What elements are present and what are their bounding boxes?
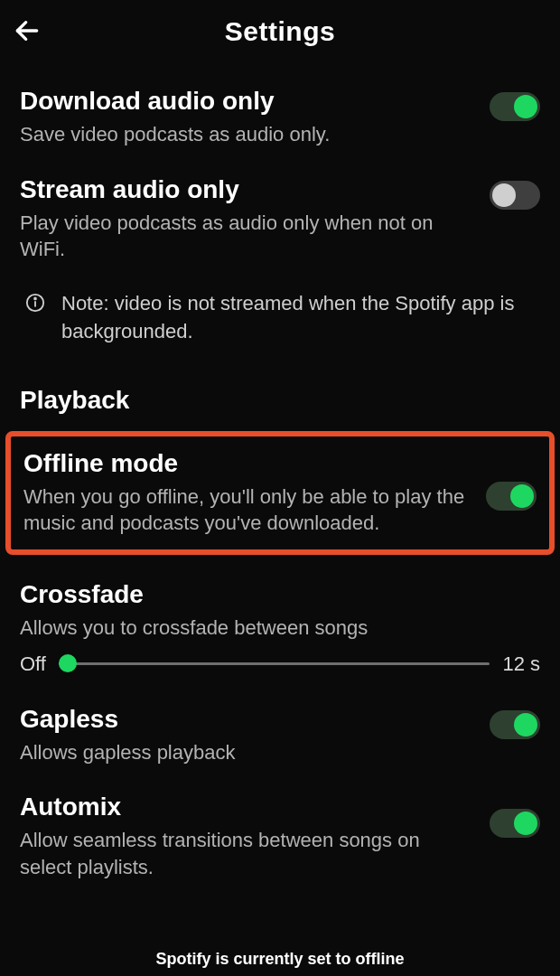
setting-title: Download audio only <box>20 87 475 116</box>
header: Settings <box>0 0 560 63</box>
toggle-knob <box>514 713 537 737</box>
stream-audio-toggle[interactable] <box>490 181 540 210</box>
crossfade-slider[interactable] <box>59 662 490 665</box>
svg-point-3 <box>34 298 36 300</box>
offline-mode-row[interactable]: Offline mode When you go offline, you'll… <box>23 449 537 537</box>
setting-desc: When you go offline, you'll only be able… <box>23 483 471 537</box>
setting-desc: Allow seamless transitions between songs… <box>20 827 475 880</box>
setting-title: Stream audio only <box>20 175 475 204</box>
page-title: Settings <box>18 16 542 47</box>
footer-status: Spotify is currently set to offline <box>0 950 560 969</box>
setting-title: Offline mode <box>23 449 471 478</box>
toggle-knob <box>514 95 537 118</box>
setting-text: Offline mode When you go offline, you'll… <box>23 449 486 537</box>
setting-text: Crossfade Allows you to crossfade betwee… <box>20 580 540 642</box>
toggle-knob <box>510 484 534 508</box>
offline-mode-highlight: Offline mode When you go offline, you'll… <box>5 431 555 555</box>
setting-text: Gapless Allows gapless playback <box>20 705 490 766</box>
setting-desc: Allows you to crossfade between songs <box>20 615 526 642</box>
setting-text: Download audio only Save video podcasts … <box>20 87 490 148</box>
gapless-toggle[interactable] <box>490 710 540 739</box>
automix-row[interactable]: Automix Allow seamless transitions betwe… <box>20 780 540 895</box>
download-audio-only-row[interactable]: Download audio only Save video podcasts … <box>20 74 540 163</box>
setting-title: Gapless <box>20 705 475 734</box>
crossfade-row[interactable]: Crossfade Allows you to crossfade betwee… <box>20 568 540 645</box>
download-audio-toggle[interactable] <box>490 92 540 121</box>
crossfade-slider-row: Off 12 s <box>20 645 540 692</box>
note-row: Note: video is not streamed when the Spo… <box>20 277 540 368</box>
playback-section-title: Playback <box>20 386 540 415</box>
setting-desc: Save video podcasts as audio only. <box>20 121 475 148</box>
slider-min-label: Off <box>20 652 46 676</box>
setting-desc: Allows gapless playback <box>20 739 475 766</box>
settings-content: Download audio only Save video podcasts … <box>0 63 560 896</box>
automix-toggle[interactable] <box>490 809 540 838</box>
setting-text: Automix Allow seamless transitions betwe… <box>20 793 490 880</box>
offline-mode-toggle[interactable] <box>486 482 537 511</box>
toggle-knob <box>492 183 516 207</box>
gapless-row[interactable]: Gapless Allows gapless playback <box>20 692 540 781</box>
back-icon[interactable] <box>13 16 42 49</box>
note-text: Note: video is not streamed when the Spo… <box>61 290 540 346</box>
slider-handle[interactable] <box>59 654 77 672</box>
setting-title: Automix <box>20 793 475 821</box>
stream-audio-only-row[interactable]: Stream audio only Play video podcasts as… <box>20 163 540 277</box>
slider-max-label: 12 s <box>502 652 540 676</box>
info-icon <box>25 293 45 316</box>
setting-text: Stream audio only Play video podcasts as… <box>20 175 490 263</box>
setting-title: Crossfade <box>20 580 526 609</box>
setting-desc: Play video podcasts as audio only when n… <box>20 210 475 263</box>
toggle-knob <box>514 812 537 835</box>
